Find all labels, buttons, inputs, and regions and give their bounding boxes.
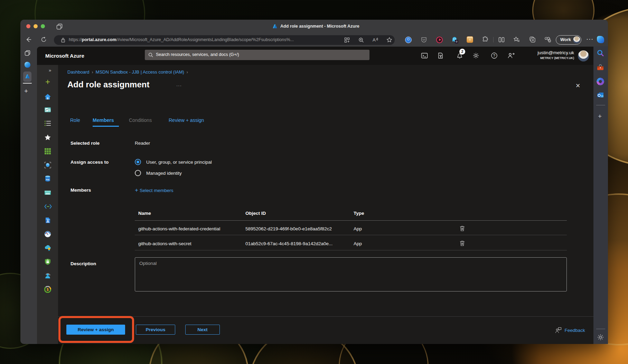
breadcrumb-dashboard[interactable]: Dashboard (67, 69, 90, 75)
breadcrumb-chevron: › (90, 70, 96, 75)
zoom-icon[interactable] (358, 37, 364, 43)
macos-minimize-button[interactable] (34, 24, 38, 28)
ghost-extension-icon[interactable]: 0 (451, 36, 458, 42)
lock-icon[interactable] (61, 38, 65, 43)
split-screen-icon[interactable] (498, 37, 505, 43)
expand-rail-icon[interactable]: » (49, 68, 51, 73)
edge-sidebar: + (593, 46, 608, 344)
feedback-person-icon[interactable] (507, 52, 515, 59)
feedback-link[interactable]: Feedback (555, 327, 585, 333)
radio-managed-identity[interactable] (135, 170, 141, 176)
notifications-bell-icon[interactable]: 2 (456, 52, 463, 59)
tab-role[interactable]: Role (70, 117, 80, 123)
macos-close-button[interactable] (26, 24, 30, 28)
cost-management-icon[interactable]: $ (44, 286, 51, 293)
sidebar-search-icon[interactable] (597, 49, 605, 58)
refresh-icon[interactable] (41, 37, 47, 42)
address-bar[interactable]: https://portal.azure.com/#view/Microsoft… (54, 35, 395, 45)
title-menu-icon[interactable]: ··· (176, 83, 182, 88)
breadcrumb-iam[interactable]: MSDN Sandbox - JJB | Access control (IAM… (96, 69, 184, 75)
sidebar-outlook-icon[interactable] (597, 91, 605, 99)
account-info[interactable]: justin@metricy.uk METRICY (METRICY.UK) (537, 50, 574, 60)
read-aloud-icon[interactable]: A (372, 37, 378, 43)
url-text[interactable]: https://portal.azure.com/#view/Microsoft… (69, 37, 294, 42)
api-code-icon[interactable] (44, 203, 51, 210)
portal-search-placeholder: Search resources, services, and docs (G+… (156, 52, 239, 57)
browser-tab-title: Add role assignment - Microsoft Azure (280, 24, 359, 29)
breadcrumb-chevron: › (184, 70, 190, 75)
settings-gear-icon[interactable] (472, 52, 479, 59)
create-resource-icon[interactable]: + (44, 79, 51, 86)
col-header-object-id: Object ID (245, 211, 266, 216)
favorites-star-icon[interactable] (44, 134, 51, 141)
entra-id-icon[interactable] (44, 217, 51, 224)
security-shield-icon[interactable] (44, 258, 51, 265)
tab-actions-icon[interactable] (25, 50, 30, 56)
page-title: Add role assignment (67, 80, 149, 89)
sidebar-divider (596, 105, 605, 105)
profile-button[interactable]: Work (556, 35, 581, 45)
support-person-icon[interactable] (44, 272, 51, 279)
close-blade-icon[interactable]: ✕ (575, 82, 580, 89)
sql-databases-icon[interactable]: SQL (44, 175, 51, 182)
tab-review-assign[interactable]: Review + assign (169, 117, 204, 123)
add-tab-group-icon[interactable] (529, 36, 536, 43)
account-tenant: METRICY (METRICY.UK) (537, 56, 574, 60)
description-textarea[interactable]: Optional (135, 257, 567, 291)
cloud-badge-icon[interactable] (44, 245, 51, 251)
browser-essentials-icon[interactable] (544, 36, 551, 43)
sidebar-bottom-divider (596, 329, 605, 329)
member-type-cell: App (354, 226, 362, 231)
macos-zoom-button[interactable] (41, 24, 45, 28)
sidebar-settings-gear-icon[interactable] (597, 334, 604, 341)
collections-icon[interactable] (514, 36, 520, 43)
password-manager-extension-icon[interactable] (405, 37, 412, 43)
tab-stack-icon[interactable] (56, 23, 63, 30)
advisor-gauge-icon[interactable] (44, 231, 51, 238)
home-icon[interactable] (44, 93, 51, 100)
all-resources-icon[interactable] (44, 162, 51, 169)
table-row-divider (135, 250, 567, 250)
member-type-cell: App (354, 241, 362, 246)
svg-text:?: ? (493, 54, 495, 58)
copilot-icon[interactable] (597, 36, 604, 43)
table-row-divider (135, 235, 567, 235)
cloud-shell-icon[interactable] (421, 52, 428, 59)
back-icon[interactable] (25, 36, 32, 43)
account-avatar[interactable] (578, 50, 589, 61)
portal-search-input[interactable]: Search resources, services, and docs (G+… (145, 50, 369, 60)
vertical-tab-favicon[interactable] (25, 62, 30, 68)
sidebar-toolbox-icon[interactable] (597, 64, 605, 72)
help-icon[interactable]: ? (491, 52, 498, 59)
delete-member-icon[interactable] (460, 226, 465, 231)
select-members-link[interactable]: +Select members (135, 187, 173, 194)
radio-user-group[interactable] (135, 159, 141, 165)
directory-filter-icon[interactable] (437, 52, 444, 59)
media-extension-icon[interactable] (436, 37, 443, 43)
new-tab-icon[interactable]: + (24, 87, 28, 95)
grid-plus-icon[interactable] (344, 37, 350, 43)
pocket-extension-icon[interactable] (421, 37, 427, 43)
sidebar-m365-icon[interactable] (597, 78, 605, 86)
search-icon (148, 52, 153, 57)
active-tab-indicator (23, 83, 32, 84)
delete-member-icon[interactable] (460, 240, 465, 246)
portal-brand[interactable]: Microsoft Azure (45, 53, 84, 59)
active-tab-highlight[interactable] (23, 71, 31, 82)
next-button[interactable]: Next (185, 325, 220, 335)
cage-extension-icon[interactable] (467, 36, 473, 43)
browser-menu-icon[interactable]: ··· (587, 36, 594, 42)
resource-groups-icon[interactable] (44, 148, 51, 155)
dashboard-icon[interactable] (44, 106, 51, 113)
member-objectid-cell: 01ab52c9-67ac-4c45-8198-9a142d2a0e... (245, 241, 332, 246)
extensions-puzzle-icon[interactable] (482, 36, 488, 42)
sidebar-add-icon[interactable]: + (598, 113, 602, 120)
storage-icon[interactable] (44, 189, 51, 196)
svg-text:A: A (373, 37, 376, 42)
favorite-star-icon[interactable] (386, 37, 392, 43)
all-services-icon[interactable] (44, 120, 51, 127)
previous-button[interactable]: Previous (136, 325, 175, 335)
ghost-extension-badge: 0 (455, 40, 458, 44)
tab-conditions[interactable]: Conditions (129, 117, 152, 123)
tab-members[interactable]: Members (93, 117, 114, 123)
